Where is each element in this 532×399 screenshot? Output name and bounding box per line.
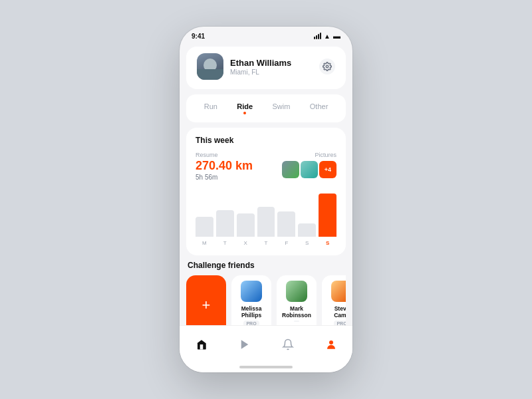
friend-badge-2: PRO <box>334 321 346 325</box>
bar-wrapper <box>257 207 275 237</box>
friend-badge-0: PRO <box>243 321 259 325</box>
profile-section: Ethan Williams Miami, FL <box>186 47 346 89</box>
thumbnail-more[interactable]: +4 <box>319 161 336 178</box>
bar-wrapper <box>216 210 234 237</box>
thumbnail-2[interactable] <box>301 161 318 178</box>
svg-point-0 <box>326 65 329 68</box>
avatar <box>197 53 223 80</box>
time-display: 9:41 <box>192 33 205 40</box>
bottom-nav <box>180 325 352 366</box>
tab-swim-label: Swim <box>273 102 291 110</box>
bar-wrapper <box>237 213 255 237</box>
add-friend-button[interactable]: + <box>186 275 226 325</box>
friend-badge-1 <box>294 321 299 322</box>
bar-label-T: T <box>216 240 234 246</box>
bar-label-T: T <box>257 240 275 246</box>
thumbnail-1-image <box>282 161 299 178</box>
stats-pictures-row: Resume 270.40 km 5h 56m Pictures +4 <box>196 152 336 181</box>
bar-label-X: X <box>237 240 255 246</box>
pictures-column: Pictures +4 <box>282 152 336 178</box>
profile-info: Ethan Williams Miami, FL <box>230 58 291 76</box>
tab-run-label: Run <box>204 102 217 110</box>
profile-left: Ethan Williams Miami, FL <box>197 53 291 80</box>
challenge-section: Challenge friends + Melissa Phillips PRO… <box>186 261 346 325</box>
bar-wrapper <box>277 211 295 237</box>
bar-label-M: M <box>196 240 213 246</box>
friend-name-2: Steve Camp <box>326 305 346 319</box>
bar-label-F: F <box>277 240 295 246</box>
scroll-content: Ethan Williams Miami, FL Run Ride <box>180 43 352 325</box>
bar-wrapper <box>298 223 316 237</box>
friend-avatar-2 <box>331 281 346 302</box>
bar-label-S: S <box>298 240 316 246</box>
bar-label-S: S <box>319 240 336 246</box>
bar-labels: MTXTFSS <box>196 240 336 246</box>
bar-wrapper <box>196 217 213 237</box>
home-bar <box>239 366 293 368</box>
distance-value: 270.40 km <box>196 160 253 172</box>
svg-marker-1 <box>241 340 248 349</box>
friend-card-2[interactable]: Steve Camp PRO <box>322 275 346 325</box>
bell-icon <box>282 338 294 350</box>
profile-name: Ethan Williams <box>230 58 291 68</box>
friend-card-0[interactable]: Melissa Phillips PRO <box>231 275 271 325</box>
friends-scroll: + Melissa Phillips PRO Mark Robinsson St… <box>186 275 346 325</box>
status-icons: ▲ ▬ <box>314 32 340 40</box>
nav-profile-button[interactable] <box>319 332 343 356</box>
thumbnail-1[interactable] <box>282 161 299 178</box>
friend-card-1[interactable]: Mark Robinsson <box>277 275 317 325</box>
plus-icon: + <box>202 298 211 313</box>
play-icon <box>239 338 251 350</box>
settings-icon <box>323 62 332 71</box>
tab-run[interactable]: Run <box>199 101 223 116</box>
signal-icon <box>314 33 321 39</box>
bar-S <box>298 223 316 237</box>
wifi-icon: ▲ <box>324 33 331 40</box>
home-indicator <box>180 366 352 372</box>
tab-swim[interactable]: Swim <box>267 101 296 116</box>
friend-avatar-0 <box>241 281 262 302</box>
stats-column: Resume 270.40 km 5h 56m <box>196 152 253 181</box>
nav-home-button[interactable] <box>190 332 213 356</box>
tab-ride[interactable]: Ride <box>231 101 258 116</box>
settings-button[interactable] <box>319 59 335 74</box>
bar-X <box>237 213 255 237</box>
picture-thumbs: +4 <box>282 161 336 178</box>
home-icon <box>196 338 207 350</box>
friend-name-0: Melissa Phillips <box>235 305 267 319</box>
challenge-title: Challenge friends <box>186 261 346 270</box>
pictures-label: Pictures <box>315 152 336 158</box>
svg-point-2 <box>329 340 333 344</box>
nav-activity-button[interactable] <box>233 332 257 356</box>
bars-container <box>196 190 336 237</box>
activity-tabs: Run Ride Swim Other <box>186 94 346 122</box>
duration-value: 5h 56m <box>196 174 253 181</box>
status-bar: 9:41 ▲ ▬ <box>180 27 352 43</box>
bar-T <box>257 207 275 237</box>
resume-label: Resume <box>196 152 253 158</box>
bar-F <box>277 211 295 237</box>
friend-avatar-1 <box>286 281 307 302</box>
stats-card: This week Resume 270.40 km 5h 56m Pictur… <box>186 128 346 255</box>
friend-name-1: Mark Robinsson <box>281 305 313 319</box>
this-week-label: This week <box>196 136 336 145</box>
bar-S <box>319 194 336 237</box>
profile-location: Miami, FL <box>230 68 291 76</box>
person-icon <box>325 338 337 350</box>
nav-notifications-button[interactable] <box>276 332 300 356</box>
bar-T <box>216 210 234 237</box>
bar-chart: MTXTFSS <box>196 190 336 246</box>
bar-M <box>196 217 213 237</box>
tab-other-label: Other <box>310 102 329 110</box>
battery-icon: ▬ <box>333 32 340 40</box>
bar-wrapper <box>319 194 336 237</box>
tab-ride-dot <box>243 112 246 114</box>
tab-ride-label: Ride <box>237 102 253 110</box>
tab-other[interactable]: Other <box>305 101 334 116</box>
phone-container: 9:41 ▲ ▬ Ethan Williams Miami, FL <box>180 27 352 372</box>
